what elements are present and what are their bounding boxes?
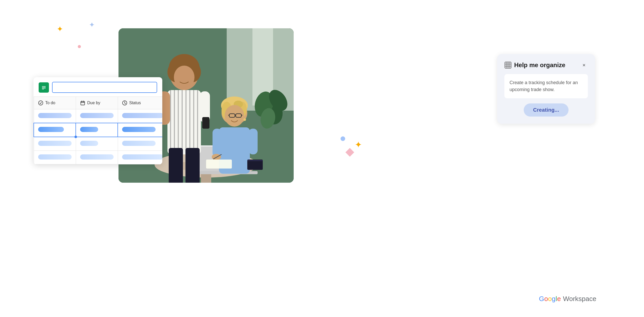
letter-g: g: [552, 295, 556, 303]
col-header-status: Status: [118, 97, 162, 109]
sheets-header: Trade show tracker: [33, 77, 162, 96]
svg-rect-51: [247, 160, 263, 161]
svg-point-49: [243, 118, 246, 121]
svg-rect-48: [206, 160, 232, 169]
organize-panel: Help me organize × Create a tracking sch…: [497, 54, 595, 124]
table-row-selected[interactable]: [34, 123, 162, 137]
sheets-app-icon: [39, 82, 49, 93]
svg-rect-20: [174, 90, 175, 154]
svg-rect-19: [170, 90, 171, 154]
svg-rect-44: [213, 129, 222, 157]
table-row[interactable]: [34, 137, 162, 151]
diamond-pink-1: [347, 149, 353, 155]
clock-icon: [122, 100, 127, 105]
svg-rect-55: [42, 88, 46, 89]
sheets-panel: Trade show tracker To do: [33, 77, 162, 164]
workspace-wordmark: Workspace: [563, 295, 596, 303]
svg-rect-58: [81, 101, 84, 105]
svg-rect-30: [169, 148, 183, 183]
col-header-todo: To do: [34, 97, 76, 109]
check-circle-icon: [38, 100, 43, 105]
organize-panel-title: Help me organize: [514, 61, 565, 69]
svg-rect-18: [167, 90, 201, 154]
letter-o1: o: [544, 295, 548, 303]
organize-title-row: Help me organize: [504, 61, 565, 69]
sparkle-gold-1: ✦: [57, 24, 63, 33]
col-dueby-label: Due by: [87, 101, 100, 105]
svg-rect-22: [182, 90, 183, 154]
svg-rect-25: [193, 90, 194, 154]
calendar-icon: [80, 100, 85, 105]
table-row[interactable]: [34, 151, 162, 164]
letter-G: G: [539, 295, 544, 303]
dot-pink-1: [78, 45, 81, 48]
close-button[interactable]: ×: [580, 61, 588, 69]
svg-rect-53: [42, 86, 46, 87]
sheets-table: To do Due by: [33, 96, 162, 164]
svg-rect-54: [42, 87, 46, 87]
letter-o2: o: [548, 295, 552, 303]
sparkle-blue-1: ✦: [89, 21, 95, 29]
google-wordmark: Google: [539, 295, 561, 303]
svg-point-17: [174, 66, 194, 89]
col-status-label: Status: [129, 101, 141, 105]
google-workspace-logo: Google Workspace: [539, 295, 596, 303]
col-todo-label: To do: [45, 101, 55, 105]
svg-rect-23: [185, 90, 187, 154]
organize-prompt-text: Create a tracking schedule for an upcomi…: [504, 74, 588, 98]
svg-point-57: [38, 101, 43, 105]
svg-rect-29: [202, 117, 209, 129]
svg-rect-21: [178, 90, 179, 154]
svg-rect-45: [249, 129, 258, 154]
dot-blue-1: [341, 136, 345, 141]
svg-line-64: [125, 103, 126, 104]
svg-rect-65: [505, 62, 511, 68]
spreadsheet-title-input[interactable]: Trade show tracker: [52, 82, 157, 93]
col-header-dueby: Due by: [76, 97, 118, 109]
table-row[interactable]: [34, 109, 162, 123]
organize-panel-header: Help me organize ×: [504, 61, 588, 69]
sparkle-gold-2: ✦: [355, 139, 362, 150]
svg-rect-26: [197, 90, 198, 154]
svg-rect-56: [42, 89, 44, 89]
svg-rect-24: [189, 90, 190, 154]
letter-e: e: [557, 295, 561, 303]
organize-panel-icon: [504, 61, 512, 69]
main-container: ✦ ✦ ✦: [0, 0, 644, 317]
creating-button[interactable]: Creating...: [524, 103, 568, 117]
svg-rect-31: [185, 148, 200, 183]
